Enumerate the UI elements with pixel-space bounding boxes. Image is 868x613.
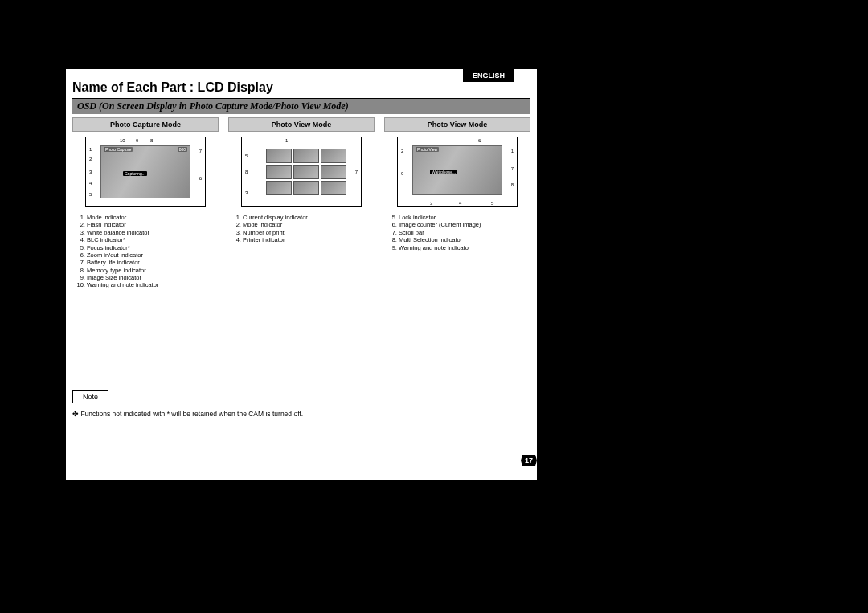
callout-10: 10 xyxy=(120,138,125,143)
legend-item: Scroll bar xyxy=(399,229,530,236)
callout-8: 8 xyxy=(150,138,153,143)
columns-row: Photo Capture Mode Photo Capture 800 Cap… xyxy=(72,117,530,289)
legend-3: Lock indicator Image counter (Current im… xyxy=(384,214,530,251)
callout-7b: 7 xyxy=(355,170,358,174)
capturing-status: Capturing... xyxy=(123,171,147,176)
callout-8b: 8 xyxy=(245,170,248,174)
column-photo-view-grid: Photo View Mode 1 5 8 3 7 xyxy=(228,117,375,289)
thumb xyxy=(321,165,346,179)
diagram-photo-capture: Photo Capture 800 Capturing... 10 9 8 1 … xyxy=(85,137,206,207)
legend-item: Warning and note indicator xyxy=(87,281,219,288)
callout-2: 2 xyxy=(89,157,92,161)
mode-label: Photo Capture xyxy=(104,147,133,152)
thumb xyxy=(266,165,292,179)
subtitle-text: OSD (On Screen Display in Photo Capture … xyxy=(72,99,530,114)
column-photo-capture: Photo Capture Mode Photo Capture 800 Cap… xyxy=(72,117,219,289)
callout-1: 1 xyxy=(89,147,92,152)
manual-page: ENGLISH Name of Each Part : LCD Display … xyxy=(66,69,537,480)
language-tab: ENGLISH xyxy=(463,69,514,82)
legend-item: Image Size indicator xyxy=(87,274,219,281)
thumbnail-grid xyxy=(266,149,346,195)
callout-5b: 5 xyxy=(245,153,248,158)
mode-label-3: Photo View xyxy=(416,147,439,152)
legend-item: Memory type indicator xyxy=(87,267,219,274)
page-number: 17 xyxy=(521,455,537,466)
callout-3b: 3 xyxy=(245,190,248,195)
thumb xyxy=(266,149,292,163)
legend-item: Printer indicator xyxy=(243,236,375,243)
callout-1b: 1 xyxy=(285,138,288,143)
callout-8c: 8 xyxy=(511,182,514,187)
wait-status: Wait please... xyxy=(430,170,457,174)
thumb xyxy=(266,181,292,195)
legend-item: Flash indicator xyxy=(87,221,219,228)
callout-3: 3 xyxy=(89,170,92,174)
legend-item: Warning and note indicator xyxy=(399,244,530,251)
callout-2c: 2 xyxy=(401,149,403,153)
callout-7: 7 xyxy=(199,149,202,153)
legend-item: Current display indicator xyxy=(243,214,375,221)
legend-1: Mode indicator Flash indicator White bal… xyxy=(72,214,219,289)
legend-item: Battery life indicator xyxy=(87,259,219,266)
legend-item: Zoom in/out indicator xyxy=(87,251,219,259)
thumb xyxy=(293,165,319,179)
diagram-photo-view-single: Photo View Wait please... 6 2 9 1 7 8 3 … xyxy=(397,137,518,207)
thumb xyxy=(293,149,319,163)
callout-9: 9 xyxy=(136,138,138,143)
legend-item: Number of print xyxy=(243,229,375,236)
legend-2: Current display indicator Mode indicator… xyxy=(228,214,375,244)
col-header-2: Photo View Mode xyxy=(228,117,375,132)
legend-item: White balance indicator xyxy=(87,229,219,236)
column-photo-view-single: Photo View Mode Photo View Wait please..… xyxy=(384,117,530,289)
thumb xyxy=(293,181,319,195)
legend-item: Mode indicator xyxy=(87,214,219,221)
note-label-box: Note xyxy=(72,390,108,403)
callout-3c: 3 xyxy=(430,201,432,206)
callout-9c: 9 xyxy=(401,171,403,176)
note-text: Functions not indicated with * will be r… xyxy=(72,410,303,418)
thumb xyxy=(321,181,346,195)
callout-5: 5 xyxy=(89,192,92,197)
callout-4c: 4 xyxy=(459,201,461,206)
legend-item: Lock indicator xyxy=(399,214,530,221)
size-label: 800 xyxy=(178,147,187,152)
legend-item: BLC indicator* xyxy=(87,236,219,243)
callout-6c: 6 xyxy=(478,138,481,143)
legend-item: Image counter (Current image) xyxy=(399,221,530,228)
col-header-1: Photo Capture Mode xyxy=(72,117,219,132)
diagram-photo-view-grid: 1 5 8 3 7 xyxy=(241,137,362,207)
legend-item: Mode indicator xyxy=(243,221,375,228)
callout-5c: 5 xyxy=(491,201,493,206)
callout-6: 6 xyxy=(199,176,202,181)
col-header-3: Photo View Mode xyxy=(384,117,530,132)
subtitle-bar: OSD (On Screen Display in Photo Capture … xyxy=(72,99,530,114)
callout-4: 4 xyxy=(89,181,92,186)
legend-item: Multi Selection indicator xyxy=(399,236,530,243)
callout-7c: 7 xyxy=(511,166,514,171)
legend-item: Focus indicator* xyxy=(87,244,219,251)
page-title: Name of Each Part : LCD Display xyxy=(72,80,273,95)
thumb xyxy=(321,149,346,163)
callout-1c: 1 xyxy=(511,149,514,153)
